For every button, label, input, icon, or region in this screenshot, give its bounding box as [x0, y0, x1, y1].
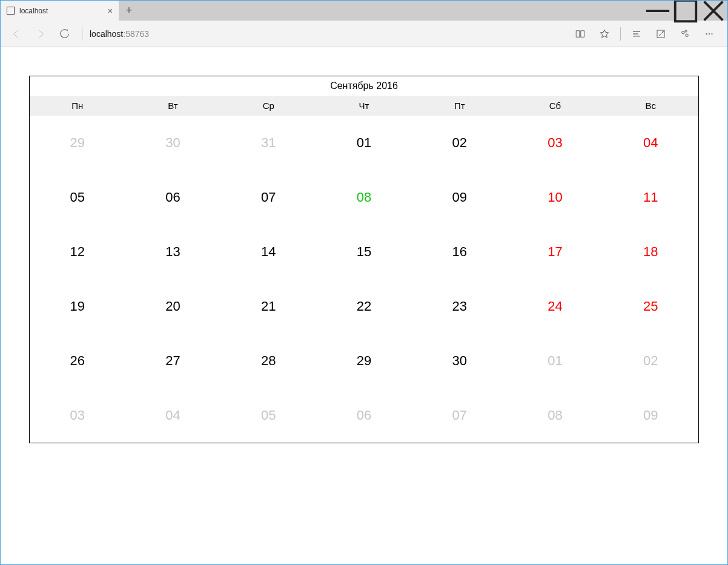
calendar-day[interactable]: 03 — [508, 116, 603, 170]
calendar-day[interactable]: 04 — [125, 388, 221, 443]
page-viewport[interactable]: Сентябрь 2016 ПнВтСрЧтПтСбВс 29303101020… — [1, 47, 727, 564]
address-port: :58763 — [123, 29, 149, 39]
calendar-day[interactable]: 29 — [30, 116, 125, 170]
calendar-day[interactable]: 31 — [220, 116, 316, 170]
calendar-day[interactable]: 26 — [30, 334, 125, 388]
svg-point-10 — [686, 34, 689, 37]
share-button[interactable] — [673, 22, 697, 46]
svg-point-13 — [709, 33, 710, 34]
calendar-day[interactable]: 17 — [508, 225, 603, 279]
svg-point-14 — [711, 33, 712, 34]
toolbar-separator — [82, 27, 82, 41]
svg-point-9 — [682, 31, 685, 34]
svg-point-12 — [706, 33, 707, 34]
calendar-day[interactable]: 28 — [220, 334, 316, 388]
calendar-day[interactable]: 07 — [412, 388, 508, 443]
calendar-day[interactable]: 12 — [30, 225, 125, 279]
calendar-day[interactable]: 24 — [508, 279, 603, 334]
calendar-day[interactable]: 16 — [412, 225, 508, 279]
calendar-day[interactable]: 27 — [125, 334, 221, 388]
calendar-grid: 2930310102030405060708091011121314151617… — [30, 116, 698, 443]
weekday-header-cell: Вт — [125, 96, 221, 116]
calendar-day[interactable]: 01 — [316, 116, 412, 170]
calendar-day[interactable]: 03 — [30, 388, 125, 443]
calendar-day[interactable]: 25 — [603, 279, 698, 334]
window-maximize-button[interactable] — [672, 1, 700, 21]
calendar-day[interactable]: 08 — [508, 388, 603, 443]
calendar-day[interactable]: 15 — [316, 225, 412, 279]
svg-point-8 — [663, 31, 664, 32]
address-bar[interactable]: localhost:58763 — [86, 29, 568, 39]
calendar-day[interactable]: 13 — [125, 225, 221, 279]
svg-point-11 — [685, 30, 687, 31]
page-icon — [7, 7, 15, 15]
tab-title: localhost — [19, 7, 48, 15]
calendar-day[interactable]: 02 — [603, 334, 698, 388]
new-tab-button[interactable]: + — [119, 1, 139, 21]
weekday-header-cell: Сб — [508, 96, 603, 116]
calendar-day[interactable]: 14 — [220, 225, 316, 279]
window-title-bar: localhost × + — [1, 1, 727, 21]
reading-view-button[interactable] — [568, 22, 592, 46]
calendar-day[interactable]: 05 — [220, 388, 316, 443]
calendar-day[interactable]: 19 — [30, 279, 125, 334]
weekday-header-cell: Чт — [316, 96, 412, 116]
calendar-day[interactable]: 04 — [603, 116, 698, 170]
svg-rect-1 — [675, 0, 697, 21]
weekday-header-cell: Ср — [220, 96, 316, 116]
window-minimize-button[interactable] — [644, 1, 672, 21]
address-host: localhost — [90, 29, 123, 39]
calendar-day[interactable]: 18 — [603, 225, 698, 279]
title-bar-drag-area[interactable] — [139, 1, 644, 21]
calendar-day[interactable]: 05 — [30, 170, 125, 225]
calendar-day[interactable]: 01 — [508, 334, 603, 388]
calendar-day[interactable]: 30 — [125, 116, 221, 170]
calendar-day[interactable]: 20 — [125, 279, 221, 334]
web-note-button[interactable] — [649, 22, 673, 46]
favorite-button[interactable] — [592, 22, 617, 46]
calendar-day[interactable]: 30 — [412, 334, 508, 388]
calendar-day[interactable]: 09 — [412, 170, 508, 225]
calendar-day[interactable]: 06 — [125, 170, 221, 225]
calendar-title: Сентябрь 2016 — [30, 76, 698, 96]
window-close-button[interactable] — [700, 1, 727, 21]
calendar-weekday-header: ПнВтСрЧтПтСбВс — [30, 96, 698, 116]
calendar-day[interactable]: 21 — [220, 279, 316, 334]
weekday-header-cell: Вс — [603, 96, 698, 116]
refresh-button[interactable] — [53, 22, 77, 46]
weekday-header-cell: Пн — [30, 96, 125, 116]
calendar-day[interactable]: 29 — [316, 334, 412, 388]
back-button[interactable] — [4, 22, 28, 46]
calendar-day[interactable]: 07 — [220, 170, 316, 225]
weekday-header-cell: Пт — [412, 96, 508, 116]
forward-button[interactable] — [28, 22, 53, 46]
close-tab-button[interactable]: × — [108, 7, 113, 15]
more-button[interactable] — [697, 22, 721, 46]
toolbar-separator — [620, 27, 621, 41]
calendar-day[interactable]: 08 — [316, 170, 412, 225]
browser-tab[interactable]: localhost × — [1, 1, 119, 21]
toolbar-right — [568, 22, 721, 46]
calendar-day[interactable]: 11 — [603, 170, 698, 225]
browser-toolbar: localhost:58763 — [1, 21, 727, 47]
calendar-day[interactable]: 02 — [412, 116, 508, 170]
calendar: Сентябрь 2016 ПнВтСрЧтПтСбВс 29303101020… — [29, 76, 699, 443]
calendar-day[interactable]: 22 — [316, 279, 412, 334]
calendar-day[interactable]: 06 — [316, 388, 412, 443]
calendar-day[interactable]: 23 — [412, 279, 508, 334]
calendar-day[interactable]: 10 — [508, 170, 603, 225]
hub-button[interactable] — [624, 22, 649, 46]
calendar-day[interactable]: 09 — [603, 388, 698, 443]
